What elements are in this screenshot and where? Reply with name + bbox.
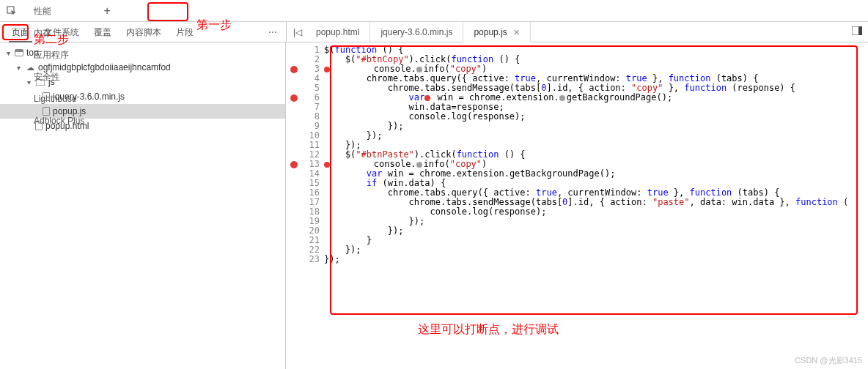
inspect-icon[interactable] xyxy=(4,4,19,18)
add-tab-button[interactable]: + xyxy=(99,4,114,18)
disclosure-icon[interactable] xyxy=(15,64,22,72)
watermark: CSDN @光影3415 xyxy=(795,355,862,366)
navigate-icon[interactable]: |◁ xyxy=(290,27,306,37)
line-number-gutter: 1234567891011121314151617181920212223 xyxy=(302,42,324,369)
sub-tab[interactable]: 文件系统 xyxy=(37,22,87,42)
sources-subtabs: 页面文件系统覆盖内容脚本片段 ⋯ xyxy=(0,22,286,42)
breakpoint-dot[interactable] xyxy=(290,94,298,102)
disclosure-icon[interactable] xyxy=(4,49,12,57)
code-content[interactable]: $(function () { $("#btnCopy").click(func… xyxy=(324,42,848,369)
file-tab[interactable]: jquery-3.6.0.min.js xyxy=(370,22,463,42)
close-icon[interactable]: ✕ xyxy=(513,22,520,42)
file-tab[interactable]: popup.js✕ xyxy=(463,22,530,42)
code-editor[interactable]: 1234567891011121314151617181920212223 $(… xyxy=(286,42,868,369)
top-tab[interactable]: 性能 xyxy=(25,0,93,22)
breakpoint-dot[interactable] xyxy=(290,66,298,73)
top-tab[interactable]: 应用程序 xyxy=(25,44,93,66)
file-icon xyxy=(35,122,43,130)
svg-rect-2 xyxy=(858,26,862,35)
sub-tab[interactable]: 内容脚本 xyxy=(119,22,169,42)
file-icon xyxy=(43,107,50,116)
breakpoint-gutter[interactable] xyxy=(286,42,302,369)
file-icon xyxy=(43,92,50,101)
sub-tab[interactable]: 页面 xyxy=(4,22,37,42)
sub-tab[interactable]: 覆盖 xyxy=(87,22,119,42)
main-area: top ☁ ogfjmidgbplcfgbdoiiaaeijhncamfod j… xyxy=(0,42,868,369)
sub-tab[interactable]: 片段 xyxy=(169,22,201,42)
sources-subrow: 页面文件系统覆盖内容脚本片段 ⋯ |◁ popup.htmljquery-3.6… xyxy=(0,22,868,42)
top-tab[interactable]: 安全性 xyxy=(25,66,93,88)
more-icon[interactable]: ⋯ xyxy=(261,27,286,37)
editor-tabbar: |◁ popup.htmljquery-3.6.0.min.jspopup.js… xyxy=(286,22,868,42)
window-icon xyxy=(15,49,23,56)
breakpoint-dot[interactable] xyxy=(290,161,298,168)
toggle-sidebar-icon[interactable] xyxy=(846,26,868,37)
devtools-top-tabs: 欢迎元素控制台源代码网络性能内存应用程序安全性LighthouseAdblock… xyxy=(0,0,868,22)
file-tab[interactable]: popup.html xyxy=(306,22,370,42)
top-tab[interactable]: Lighthouse xyxy=(25,88,93,110)
